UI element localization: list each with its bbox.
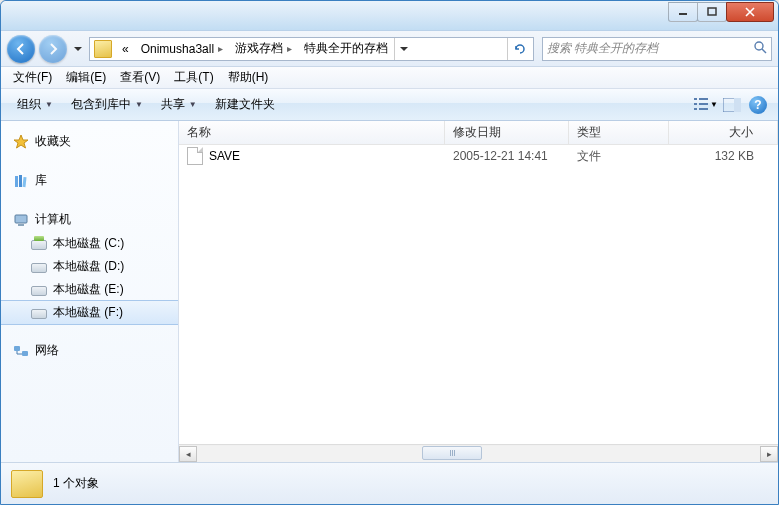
view-mode-icon xyxy=(694,97,708,113)
view-mode-button[interactable]: ▼ xyxy=(694,93,718,117)
column-type[interactable]: 类型 xyxy=(569,121,669,144)
organize-label: 组织 xyxy=(17,96,41,113)
search-placeholder: 搜索 特典全开的存档 xyxy=(547,40,658,57)
caret-down-icon: ▼ xyxy=(45,100,53,109)
close-icon xyxy=(745,7,755,17)
drive-label: 本地磁盘 (F:) xyxy=(53,304,123,321)
svg-line-3 xyxy=(762,49,766,53)
column-date[interactable]: 修改日期 xyxy=(445,121,569,144)
scroll-left-button[interactable]: ◂ xyxy=(179,446,197,462)
status-bar: 1 个对象 xyxy=(1,462,778,504)
svg-rect-7 xyxy=(699,103,708,105)
sidebar-group-computer: 计算机 本地磁盘 (C:) 本地磁盘 (D:) 本地磁盘 (E:) 本地磁盘 (… xyxy=(1,207,178,325)
sidebar-favorites[interactable]: 收藏夹 xyxy=(1,129,178,154)
svg-rect-9 xyxy=(699,108,708,110)
scroll-thumb[interactable] xyxy=(422,446,482,460)
sidebar-group-network: 网络 xyxy=(1,338,178,363)
file-date-cell: 2005-12-21 14:41 xyxy=(445,149,569,163)
breadcrumb-label: Onimusha3all xyxy=(141,42,214,56)
newfolder-label: 新建文件夹 xyxy=(215,96,275,113)
back-button[interactable] xyxy=(7,35,35,63)
share-button[interactable]: 共享▼ xyxy=(153,92,205,117)
status-count: 1 个对象 xyxy=(53,475,99,492)
file-name-cell: SAVE xyxy=(179,147,445,165)
menu-help[interactable]: 帮助(H) xyxy=(222,67,275,88)
menu-tools[interactable]: 工具(T) xyxy=(168,67,219,88)
disk-icon xyxy=(31,305,47,321)
navbar: « Onimusha3all▸ 游戏存档▸ 特典全开的存档 搜索 特典全开的存档 xyxy=(1,31,778,67)
main-content: 名称 修改日期 类型 大小 SAVE 2005-12-21 14:41 文件 1… xyxy=(179,121,778,462)
network-label: 网络 xyxy=(35,342,59,359)
refresh-icon xyxy=(513,42,527,56)
drive-label: 本地磁盘 (E:) xyxy=(53,281,124,298)
organize-button[interactable]: 组织▼ xyxy=(9,92,61,117)
sidebar: 收藏夹 库 计算机 本地磁盘 (C:) 本地磁盘 (D:) 本地磁盘 (E:) … xyxy=(1,121,179,462)
minimize-button[interactable] xyxy=(668,2,698,22)
svg-rect-16 xyxy=(15,215,27,223)
breadcrumb-label: 特典全开的存档 xyxy=(304,40,388,57)
menu-view[interactable]: 查看(V) xyxy=(114,67,166,88)
horizontal-scrollbar[interactable]: ◂ ▸ xyxy=(179,444,778,462)
svg-rect-6 xyxy=(694,103,697,105)
disk-icon xyxy=(31,282,47,298)
breadcrumb-item-0[interactable]: Onimusha3all▸ xyxy=(135,38,229,60)
column-size[interactable]: 大小 xyxy=(669,121,778,144)
preview-pane-button[interactable] xyxy=(720,93,744,117)
sidebar-computer[interactable]: 计算机 xyxy=(1,207,178,232)
address-dropdown[interactable] xyxy=(394,38,412,60)
toolbar: 组织▼ 包含到库中▼ 共享▼ 新建文件夹 ▼ ? xyxy=(1,89,778,121)
sidebar-group-libraries: 库 xyxy=(1,168,178,193)
sidebar-libraries[interactable]: 库 xyxy=(1,168,178,193)
menu-file[interactable]: 文件(F) xyxy=(7,67,58,88)
refresh-button[interactable] xyxy=(507,38,531,60)
body: 收藏夹 库 计算机 本地磁盘 (C:) 本地磁盘 (D:) 本地磁盘 (E:) … xyxy=(1,121,778,462)
help-button[interactable]: ? xyxy=(746,93,770,117)
folder-icon xyxy=(94,40,112,58)
file-size-cell: 132 KB xyxy=(669,149,778,163)
breadcrumb-item-2[interactable]: 特典全开的存档 xyxy=(298,38,394,60)
sidebar-drive-e[interactable]: 本地磁盘 (E:) xyxy=(1,278,178,301)
caret-down-icon: ▼ xyxy=(710,100,718,109)
star-icon xyxy=(13,134,29,150)
disk-icon xyxy=(31,259,47,275)
newfolder-button[interactable]: 新建文件夹 xyxy=(207,92,283,117)
file-name: SAVE xyxy=(209,149,240,163)
include-label: 包含到库中 xyxy=(71,96,131,113)
svg-rect-1 xyxy=(708,8,716,15)
maximize-button[interactable] xyxy=(697,2,727,22)
drive-label: 本地磁盘 (D:) xyxy=(53,258,124,275)
sidebar-drive-d[interactable]: 本地磁盘 (D:) xyxy=(1,255,178,278)
svg-rect-19 xyxy=(22,351,28,356)
forward-button[interactable] xyxy=(39,35,67,63)
caret-down-icon xyxy=(400,47,408,51)
computer-label: 计算机 xyxy=(35,211,71,228)
column-name[interactable]: 名称 xyxy=(179,121,445,144)
sidebar-drive-f[interactable]: 本地磁盘 (F:) xyxy=(1,300,178,325)
menu-edit[interactable]: 编辑(E) xyxy=(60,67,112,88)
sidebar-drive-c[interactable]: 本地磁盘 (C:) xyxy=(1,232,178,255)
breadcrumb-label: 游戏存档 xyxy=(235,40,283,57)
scroll-right-button[interactable]: ▸ xyxy=(760,446,778,462)
sidebar-network[interactable]: 网络 xyxy=(1,338,178,363)
address-bar[interactable]: « Onimusha3all▸ 游戏存档▸ 特典全开的存档 xyxy=(89,37,534,61)
nav-history-dropdown[interactable] xyxy=(71,35,85,63)
search-icon xyxy=(753,40,767,57)
file-row[interactable]: SAVE 2005-12-21 14:41 文件 132 KB xyxy=(179,145,778,167)
caret-down-icon: ▼ xyxy=(135,100,143,109)
svg-rect-15 xyxy=(22,176,26,186)
close-button[interactable] xyxy=(726,2,774,22)
breadcrumb-prefix[interactable]: « xyxy=(116,38,135,60)
svg-marker-12 xyxy=(14,135,28,148)
scroll-track[interactable] xyxy=(197,446,760,462)
titlebar xyxy=(1,1,778,31)
libraries-label: 库 xyxy=(35,172,47,189)
svg-rect-18 xyxy=(14,346,20,351)
svg-rect-17 xyxy=(18,224,24,226)
share-label: 共享 xyxy=(161,96,185,113)
include-button[interactable]: 包含到库中▼ xyxy=(63,92,151,117)
search-box[interactable]: 搜索 特典全开的存档 xyxy=(542,37,772,61)
column-headers: 名称 修改日期 类型 大小 xyxy=(179,121,778,145)
caret-down-icon xyxy=(74,47,82,51)
breadcrumb-item-1[interactable]: 游戏存档▸ xyxy=(229,38,298,60)
file-list[interactable]: SAVE 2005-12-21 14:41 文件 132 KB xyxy=(179,145,778,444)
